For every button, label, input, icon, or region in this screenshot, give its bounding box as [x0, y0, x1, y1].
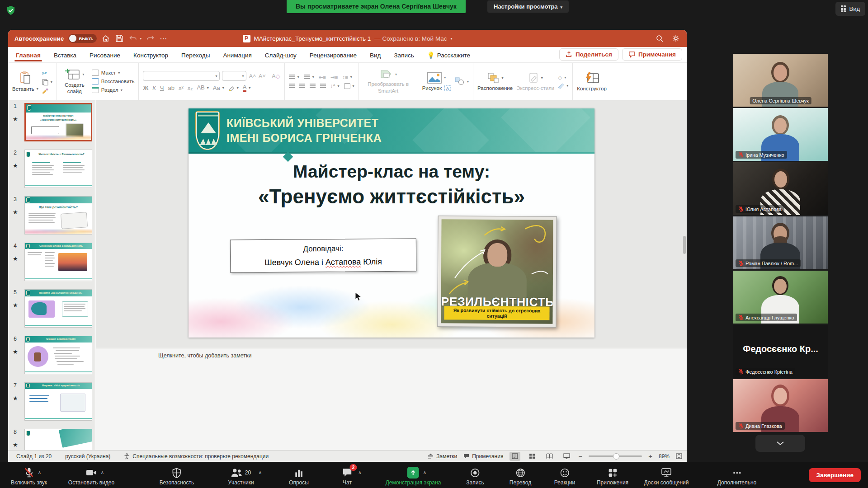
- slide-sorter-view-button[interactable]: [527, 452, 538, 461]
- view-settings-dropdown[interactable]: Настройки просмотра▾: [487, 0, 569, 13]
- tab-vstavka[interactable]: Вставка: [53, 49, 77, 62]
- grow-font-button[interactable]: А˄: [249, 73, 256, 80]
- zoom-out-button[interactable]: −: [578, 452, 582, 460]
- shapes-button[interactable]: ▾: [455, 77, 469, 85]
- arrange-button[interactable]: ▾ Расположение: [477, 72, 513, 91]
- normal-view-button[interactable]: [509, 452, 520, 461]
- stop-video-button[interactable]: ∧ Остановить видео: [68, 467, 114, 486]
- share-screen-button[interactable]: ∧ Демонстрация экрана: [386, 467, 441, 486]
- share-button[interactable]: Поделиться: [559, 48, 618, 61]
- slide-editing-area[interactable]: КИЇВСЬКИЙ УНІВЕРСИТЕТ ІМЕНІ БОРИСА ГРІНЧ…: [189, 108, 594, 338]
- quick-styles-button[interactable]: ▾ Экспресс-стили: [516, 72, 554, 91]
- slide-thumbnail-3[interactable]: Що таке резилієнтність?: [24, 196, 92, 235]
- cut-button[interactable]: ✂: [42, 70, 52, 77]
- slide-thumbnail-8[interactable]: [24, 429, 92, 450]
- font-color-button[interactable]: А▾: [243, 84, 251, 92]
- new-slide-button[interactable]: ▾ Создать слайд: [61, 68, 88, 95]
- align-left-button[interactable]: [289, 84, 295, 89]
- slide-thumbnail-4[interactable]: Синоніми слова резильєнтність: [24, 243, 92, 281]
- slide-thumbnail-6[interactable]: Ознаки резилієнтості:: [24, 336, 92, 374]
- participant-video-iryna[interactable]: Ірина Музиченко: [733, 108, 828, 161]
- polls-button[interactable]: Опросы: [289, 467, 309, 486]
- unmute-button[interactable]: ∧ Включить звук: [11, 467, 47, 486]
- speakers-box[interactable]: Доповідачі: Шевчук Олена і Астапова Юлія: [230, 239, 416, 273]
- zoom-slider[interactable]: [589, 455, 642, 457]
- justify-button[interactable]: [320, 84, 326, 89]
- notes-placeholder[interactable]: Щелкните, чтобы добавить заметки: [158, 352, 251, 359]
- participant-video-fedoseenko[interactable]: Федосєєнко Кр... Федосєєнко Крістіна: [733, 325, 828, 378]
- tab-tell-me[interactable]: 💡Расскажите: [427, 48, 471, 62]
- tab-animatsiya[interactable]: Анимация: [222, 49, 252, 62]
- zoom-slider-thumb[interactable]: [613, 453, 619, 460]
- tab-glavnaya[interactable]: Главная: [15, 49, 41, 62]
- participants-button[interactable]: 20 ∧ Участники: [228, 467, 254, 486]
- format-painter-button[interactable]: [42, 88, 52, 94]
- record-button[interactable]: Запись: [466, 467, 484, 486]
- slide-thumbnail-7[interactable]: Вправа: «Мої чудові якості»: [24, 382, 92, 421]
- redo-icon[interactable]: [146, 34, 155, 43]
- superscript-button[interactable]: x²: [179, 84, 184, 91]
- slide-thumbnail-1[interactable]: Майстер-клас на тему: «Тренуємо життєсті…: [24, 103, 92, 141]
- participant-video-diana[interactable]: Диана Глазкова: [733, 379, 828, 432]
- accessibility-checker[interactable]: Специальные возможности: проверьте реком…: [124, 453, 269, 460]
- resilience-poster[interactable]: РЕЗИЛЬЄНТНІСТЬ Як розвинути стійкість до…: [437, 216, 557, 327]
- tab-konstruktor[interactable]: Конструктор: [133, 49, 169, 62]
- shrink-font-button[interactable]: А˅: [259, 73, 266, 80]
- undo-chevron-icon[interactable]: ▾: [140, 37, 142, 41]
- security-button[interactable]: Безопасность: [160, 467, 194, 486]
- more-commands-icon[interactable]: ⋯: [160, 34, 167, 43]
- align-center-button[interactable]: [299, 84, 305, 89]
- end-meeting-button[interactable]: Завершение: [809, 468, 861, 482]
- font-size-select[interactable]: ▾: [222, 71, 246, 81]
- clear-formatting-button[interactable]: А◇: [272, 73, 280, 80]
- zoom-percent[interactable]: 89%: [659, 453, 670, 460]
- apps-button[interactable]: Приложения: [597, 467, 628, 486]
- security-shield-icon[interactable]: [6, 5, 16, 15]
- tab-risovanie[interactable]: Рисование: [89, 49, 121, 62]
- strikethrough-button[interactable]: ab: [168, 84, 175, 91]
- line-spacing-button[interactable]: ↕≡▾: [342, 75, 352, 80]
- smartart-button[interactable]: ▾ Преобразовать в SmartArt: [363, 69, 414, 94]
- textbox-icon[interactable]: А: [444, 85, 451, 91]
- participant-video-yuliya[interactable]: Юлия Астапова: [733, 162, 828, 215]
- slide-thumbnail-5[interactable]: Поняття «резилієнтної людини»: [24, 289, 92, 328]
- undo-icon[interactable]: [128, 34, 137, 43]
- text-direction-button[interactable]: ↓ᴬ▾: [330, 83, 340, 89]
- section-button[interactable]: Раздел▾: [92, 87, 135, 93]
- autosave-toggle[interactable]: выкл.: [68, 34, 97, 43]
- increase-indent-button[interactable]: ⇥≡: [330, 74, 338, 80]
- italic-button[interactable]: К: [152, 84, 156, 91]
- layout-button[interactable]: Макет▾: [92, 70, 135, 76]
- view-button[interactable]: Вид: [835, 2, 865, 16]
- align-right-button[interactable]: [310, 84, 316, 89]
- interpretation-button[interactable]: Перевод: [509, 467, 531, 486]
- participant-video-aleksandr[interactable]: Александр Глущенко: [733, 271, 828, 324]
- fit-slide-button[interactable]: [676, 453, 682, 459]
- chat-chevron[interactable]: ∧: [358, 470, 361, 475]
- decrease-indent-button[interactable]: ⇤≡: [319, 74, 326, 80]
- settings-gear-icon[interactable]: [671, 34, 680, 43]
- saved-location[interactable]: — Сохранено в: Мой Mac: [374, 35, 447, 42]
- slideshow-view-button[interactable]: [561, 452, 572, 461]
- zoom-in-button[interactable]: +: [648, 452, 652, 460]
- title-chevron-icon[interactable]: ▾: [450, 37, 452, 41]
- chat-button[interactable]: 2 ∧ Чат: [342, 467, 353, 486]
- share-chevron[interactable]: ∧: [423, 470, 426, 475]
- tab-vid[interactable]: Вид: [369, 49, 381, 62]
- copy-button[interactable]: ▾: [42, 79, 52, 85]
- numbering-button[interactable]: ▾: [304, 75, 314, 80]
- notes-toggle[interactable]: Заметки: [428, 453, 457, 460]
- notes-pane[interactable]: Щелкните, чтобы добавить заметки: [96, 348, 687, 450]
- audio-options-chevron[interactable]: ∧: [38, 470, 41, 475]
- font-name-select[interactable]: ▾: [143, 71, 220, 81]
- char-spacing-button[interactable]: АВ▾: [197, 84, 208, 91]
- tab-retsenzirovanie[interactable]: Рецензирование: [309, 49, 357, 62]
- reading-view-button[interactable]: [544, 452, 555, 461]
- bullets-button[interactable]: ▾: [289, 75, 299, 80]
- search-icon[interactable]: [655, 34, 664, 43]
- bold-button[interactable]: Ж: [143, 84, 148, 91]
- designer-button[interactable]: Конструктор: [577, 72, 607, 91]
- language-indicator[interactable]: русский (Украина): [65, 453, 110, 460]
- underline-button[interactable]: Ч: [160, 84, 164, 91]
- more-button[interactable]: Дополнительно: [717, 467, 756, 486]
